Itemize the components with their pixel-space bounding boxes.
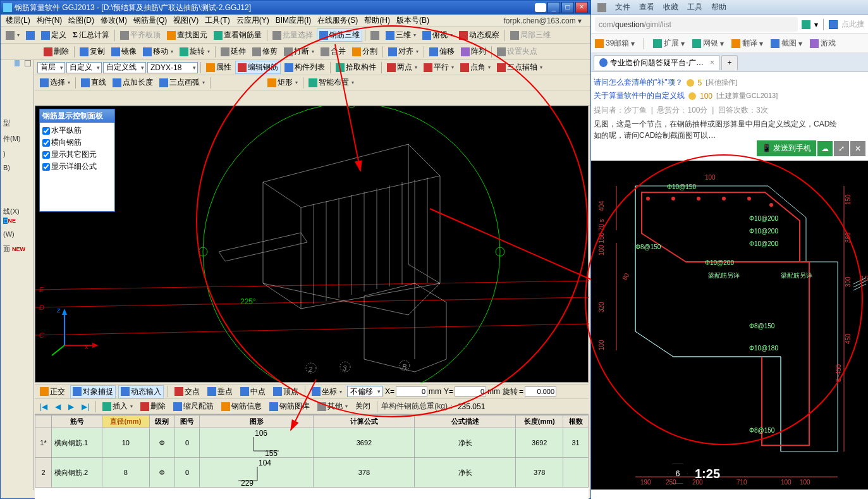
viewport-3d[interactable]: 钢筋显示控制面板 水平纵筋 横向钢筋 显示其它图元 显示详细公式 E D C z…: [35, 106, 589, 383]
copy-button[interactable]: 复制: [77, 45, 107, 58]
dock-item-5[interactable]: 线(X) □NE: [2, 206, 33, 225]
rebar-3d-button[interactable]: 钢筋三维: [317, 28, 362, 42]
menu-tools[interactable]: 工具(T): [202, 15, 232, 27]
rebar-info-button[interactable]: 钢筋信息: [219, 400, 264, 413]
ext-bank[interactable]: 网银▾: [692, 38, 724, 49]
shape-cell[interactable]: 106155: [200, 428, 314, 458]
br-menu-tools[interactable]: 工具: [687, 2, 702, 13]
line-tool-button[interactable]: 直线: [78, 76, 109, 89]
array-button[interactable]: 阵列: [458, 45, 489, 58]
menu-view[interactable]: 视图(V): [171, 15, 201, 27]
col-grade[interactable]: 级别: [149, 416, 174, 428]
menu-help[interactable]: 帮助(H): [362, 15, 393, 27]
dock-item-2[interactable]: 件(M): [2, 133, 33, 145]
search-engine-icon[interactable]: [829, 20, 838, 29]
ext-translate[interactable]: 翻译▾: [731, 38, 763, 49]
col-cnt[interactable]: 根数: [563, 416, 589, 428]
smart-layout-button[interactable]: 智能布置: [306, 76, 357, 89]
br-menu-file[interactable]: 文件: [615, 2, 630, 13]
mid-toggle[interactable]: 中点: [238, 385, 268, 398]
bird-button[interactable]: 俯视: [420, 28, 455, 42]
expand-icon[interactable]: ⤢: [834, 141, 849, 156]
rebar-table[interactable]: 筋号 直径(mm) 级别 图号 图形 计算公式 公式描述 长度(mm) 根数 1…: [35, 414, 589, 499]
select-tool-button[interactable]: 选择: [37, 76, 73, 89]
dyn-view-button[interactable]: 动态观察: [456, 28, 502, 42]
sum-button[interactable]: Σ汇总计算: [70, 28, 112, 42]
nav-last[interactable]: ▶|: [79, 401, 92, 412]
col-name[interactable]: 筋号: [52, 416, 102, 428]
shape-cell[interactable]: 104229: [200, 458, 314, 488]
insert-row-button[interactable]: 插入: [100, 400, 135, 413]
address-bar[interactable]: com/question/giml/list: [595, 17, 798, 32]
set-anchor-button[interactable]: 设置夹点: [494, 45, 540, 58]
table-row[interactable]: 1* 横向钢筋.1 10 Φ 0 106155 3692 净长 3692 31: [35, 428, 589, 458]
y-input[interactable]: [455, 386, 486, 397]
col-len[interactable]: 长度(mm): [516, 416, 563, 428]
rotate-button[interactable]: 旋转: [177, 45, 212, 58]
edit-rebar-button[interactable]: 编辑钢筋: [235, 61, 281, 74]
menu-rebar[interactable]: 钢筋量(Q): [131, 15, 169, 27]
ext-extend[interactable]: 扩展▾: [653, 38, 685, 49]
qa-item-2[interactable]: 关于算量软件中的自定义线 100 [土建算量GCL2013]: [594, 89, 865, 102]
col-dia[interactable]: 直径(mm): [102, 416, 150, 428]
break-button[interactable]: 打断: [281, 45, 317, 58]
cloud-icon[interactable]: [597, 3, 606, 12]
dyninput-toggle[interactable]: 动态输入: [118, 385, 164, 398]
define-button[interactable]: 定义: [39, 28, 69, 42]
menu-version[interactable]: 版本号(B): [394, 15, 432, 27]
br-menu-fav[interactable]: 收藏: [663, 2, 678, 13]
titlebar-badge-icon[interactable]: [535, 3, 546, 12]
minimize-button[interactable]: _: [547, 2, 560, 13]
mirror-button[interactable]: 镜像: [109, 45, 139, 58]
dropdown-1[interactable]: [3, 30, 22, 41]
close-panel-icon[interactable]: ✕: [850, 141, 865, 156]
flash-icon[interactable]: [802, 20, 810, 29]
browser-page[interactable]: 请问怎么套清单的"补"项？ 5 [其他操作] 关于算量软件中的自定义线 100 …: [591, 72, 868, 499]
floor-combo[interactable]: 首层: [37, 62, 65, 73]
close-panel-button[interactable]: 关闭: [353, 400, 373, 413]
menu-online[interactable]: 在线服务(S): [315, 15, 360, 27]
delete-row-button[interactable]: 删除: [138, 400, 168, 413]
browser-tab[interactable]: 专业造价问题答疑平台-广联达 ×: [594, 55, 720, 70]
new-tab-button[interactable]: +: [721, 55, 738, 70]
cloud-save-icon[interactable]: ☁: [817, 141, 833, 156]
menu-cloud[interactable]: 云应用(Y): [234, 15, 272, 27]
rect-tool-button[interactable]: 矩形: [265, 76, 300, 89]
parallel-button[interactable]: 平行: [421, 61, 456, 74]
ext-game[interactable]: 游戏: [810, 38, 836, 49]
two-point-button[interactable]: 两点: [384, 61, 420, 74]
split-button[interactable]: 分割: [350, 45, 380, 58]
align-button[interactable]: 对齐: [386, 45, 421, 58]
send-to-phone[interactable]: 📱 发送到手机 ☁ ⤢ ✕: [757, 140, 865, 156]
flat-top-button[interactable]: 平齐板顶: [118, 28, 163, 42]
nav-prev[interactable]: ◀: [52, 401, 63, 412]
rebar-lib-button[interactable]: 钢筋图库: [267, 400, 312, 413]
dock-item-3[interactable]: ): [2, 149, 33, 159]
dock-item-4[interactable]: B): [2, 163, 33, 173]
delete-button[interactable]: 删除: [41, 45, 71, 58]
snap-toggle[interactable]: 对象捕捉: [70, 385, 116, 398]
close-button[interactable]: ×: [575, 2, 588, 13]
tab-close-icon[interactable]: ×: [710, 58, 714, 67]
col-desc[interactable]: 公式描述: [415, 416, 516, 428]
titlebar[interactable]: 钢筋算量软件 GGJ2013 - [D:\预结算及抽筋\广联达抽筋\测试-2.G…: [1, 1, 590, 15]
send-phone-button[interactable]: 📱 发送到手机: [757, 140, 816, 156]
br-menu-view[interactable]: 查看: [639, 2, 654, 13]
move-button[interactable]: 移动: [140, 45, 176, 58]
perp-toggle[interactable]: 垂点: [205, 385, 235, 398]
qa-item-1[interactable]: 请问怎么套清单的"补"项？ 5 [其他操作]: [594, 76, 865, 89]
dock-pin-icon[interactable]: [25, 60, 31, 66]
element-combo[interactable]: ZDYX-18: [147, 62, 198, 73]
property-button[interactable]: 属性: [204, 61, 234, 74]
ext-mail[interactable]: 39邮箱▾: [595, 38, 635, 49]
three-arc-button[interactable]: 三点画弧: [157, 76, 207, 89]
search-placeholder[interactable]: 点此搜: [841, 19, 864, 30]
dock-item-1[interactable]: 型: [2, 117, 33, 129]
cad-drawing[interactable]: 404 100 150 70 s 80 320 100 190 250 200 …: [591, 161, 868, 490]
maximize-button[interactable]: □: [561, 2, 574, 13]
menu-floor[interactable]: 楼层(L): [3, 15, 33, 27]
dock-item-7[interactable]: 面 NEW: [2, 243, 33, 255]
x-input[interactable]: [396, 386, 427, 397]
offset-mode-combo[interactable]: 不偏移: [347, 386, 382, 397]
three-aux-button[interactable]: 三点辅轴: [494, 61, 545, 74]
